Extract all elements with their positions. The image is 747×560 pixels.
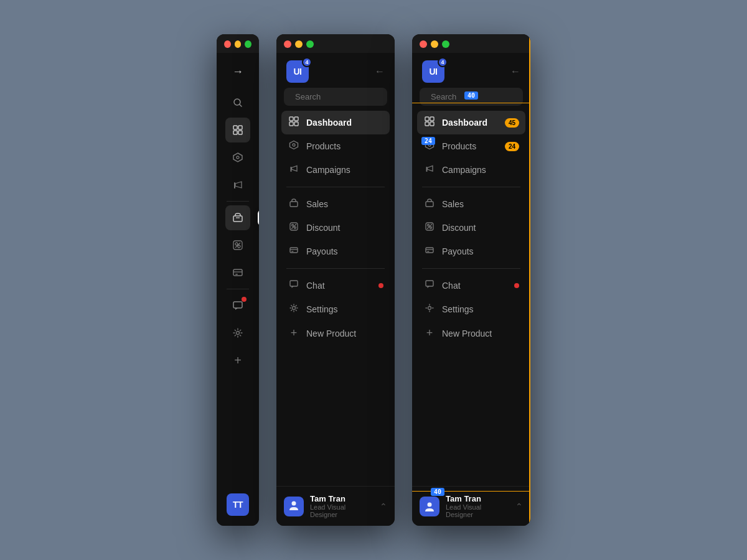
expand-icon[interactable]: → — [225, 59, 250, 84]
search-bar[interactable]: /f — [284, 88, 387, 106]
svg-rect-37 — [290, 281, 298, 286]
divider-1 — [227, 201, 249, 202]
annotated-payouts-icon — [423, 245, 436, 258]
nav-item-products[interactable]: Products — [281, 134, 390, 158]
dashboard-nav-icon — [288, 116, 300, 129]
user-role: Lead Visual Designer — [310, 503, 374, 518]
chat-icon-btn[interactable] — [225, 293, 250, 318]
annotated-nav-discount[interactable]: Discount — [417, 216, 525, 240]
svg-rect-45 — [430, 122, 434, 126]
narrow-sidebar-window: → Sales — [217, 34, 259, 526]
nav-item-dashboard[interactable]: Dashboard — [281, 111, 390, 134]
dot-green[interactable] — [245, 40, 251, 48]
nav-item-sales[interactable]: Sales — [281, 192, 390, 216]
search-icon-btn[interactable] — [225, 90, 250, 115]
svg-rect-9 — [233, 216, 242, 222]
brand-badge: 4 — [302, 57, 312, 67]
dot-red-2[interactable] — [284, 40, 291, 48]
dot-yellow-2[interactable] — [295, 40, 303, 48]
annotated-nav-chat[interactable]: Chat — [417, 274, 525, 297]
svg-point-39 — [292, 502, 296, 506]
svg-rect-22 — [289, 117, 293, 121]
sales-icon-btn[interactable]: Sales — [225, 205, 250, 230]
payouts-icon-btn[interactable] — [225, 260, 250, 285]
dot-green-2[interactable] — [306, 40, 314, 48]
svg-point-12 — [238, 245, 240, 248]
campaigns-icon-btn[interactable] — [225, 172, 250, 197]
dot-yellow-3[interactable] — [431, 40, 438, 48]
svg-rect-2 — [233, 126, 237, 129]
annotated-nav-dashboard[interactable]: Dashboard 45 — [417, 111, 525, 134]
nav-spacer — [276, 348, 395, 486]
nav-item-settings[interactable]: Settings — [281, 297, 390, 321]
annotated-brand-logo[interactable]: UI 4 — [422, 60, 444, 83]
titlebar-narrow — [217, 34, 259, 53]
chat-label: Chat — [306, 281, 325, 291]
dot-green-3[interactable] — [442, 40, 449, 48]
measure-line-horiz-bottom — [412, 491, 530, 492]
svg-point-38 — [293, 307, 296, 310]
annotated-settings-icon — [423, 303, 436, 315]
annotated-nav-new-product[interactable]: + New Product — [417, 321, 525, 345]
svg-rect-34 — [290, 248, 298, 253]
annotated-nav-campaigns[interactable]: Campaigns — [417, 158, 525, 182]
brand-logo-text: UI — [294, 67, 302, 77]
settings-nav-icon — [288, 303, 300, 315]
brand-logo[interactable]: UI 4 — [286, 60, 309, 83]
annotated-sidebar-window: 48 12 12 16 40 24 40 16 16 UI 4 ← — [412, 34, 530, 526]
sales-label: Sales — [306, 199, 328, 209]
annotated-settings-label: Settings — [442, 304, 474, 314]
nav-item-discount[interactable]: Discount — [281, 216, 390, 240]
svg-rect-15 — [233, 269, 242, 276]
expanded-sidebar-window: UI 4 ← /f Dashboard — [276, 34, 395, 526]
annotated-nav-settings[interactable]: Settings — [417, 297, 525, 321]
dot-yellow[interactable] — [235, 40, 242, 48]
svg-line-1 — [240, 105, 242, 106]
discount-icon-btn[interactable] — [225, 233, 250, 258]
dashboard-icon-btn[interactable] — [225, 118, 250, 142]
nav-divider-2 — [286, 268, 385, 269]
annotated-user-chevron[interactable]: ⌃ — [515, 502, 523, 511]
measure-line-vert-right — [529, 34, 530, 526]
annotated-user-name: Tam Tran — [446, 494, 509, 503]
bottom-logo[interactable]: TT — [227, 493, 249, 516]
products-icon-btn[interactable] — [225, 145, 250, 170]
annotated-user-role: Lead Visual Designer — [446, 503, 509, 518]
settings-icon-btn[interactable] — [225, 320, 250, 345]
measure-40-top: 40 — [464, 91, 478, 100]
annotated-discount-label: Discount — [442, 223, 476, 233]
annotated-divider-2 — [422, 268, 520, 269]
dot-red-3[interactable] — [420, 40, 427, 48]
svg-marker-6 — [233, 153, 242, 162]
annotated-search-input[interactable] — [431, 92, 530, 101]
svg-point-30 — [292, 225, 294, 226]
annotated-sidebar: UI 4 ← /f Dashboard 45 — [412, 53, 530, 526]
dot-red[interactable] — [224, 40, 231, 48]
new-product-icon-btn[interactable]: + — [225, 348, 250, 373]
chat-notification-dot — [378, 283, 383, 288]
nav-divider-1 — [286, 187, 385, 187]
divider-2 — [227, 289, 249, 289]
annotated-nav-sales[interactable]: Sales — [417, 192, 525, 216]
nav-item-chat[interactable]: Chat — [281, 274, 390, 297]
titlebar-annotated — [412, 34, 530, 53]
nav-item-campaigns[interactable]: Campaigns — [281, 158, 390, 182]
user-avatar — [284, 497, 304, 516]
annotated-back-button[interactable]: ← — [510, 66, 520, 77]
annotated-nav-payouts[interactable]: Payouts — [417, 240, 525, 263]
nav-item-new-product[interactable]: + New Product — [281, 321, 390, 345]
measure-24-inner: 24 — [421, 137, 435, 145]
back-button[interactable]: ← — [375, 66, 385, 77]
nav-section-sales: Sales Discount Payouts — [276, 190, 395, 266]
titlebar-expanded — [276, 34, 395, 53]
svg-rect-29 — [290, 202, 298, 207]
nav-item-payouts[interactable]: Payouts — [281, 240, 390, 263]
nav-section-main: Dashboard Products Campaigns — [276, 108, 395, 184]
chat-nav-icon — [288, 279, 300, 292]
search-input[interactable] — [295, 92, 395, 101]
svg-point-58 — [428, 307, 431, 310]
user-chevron-icon[interactable]: ⌃ — [380, 502, 387, 511]
payouts-label: Payouts — [306, 246, 338, 256]
annotated-nav-spacer — [412, 348, 530, 486]
annotated-sidebar-footer: Tam Tran Lead Visual Designer ⌃ — [412, 486, 530, 526]
